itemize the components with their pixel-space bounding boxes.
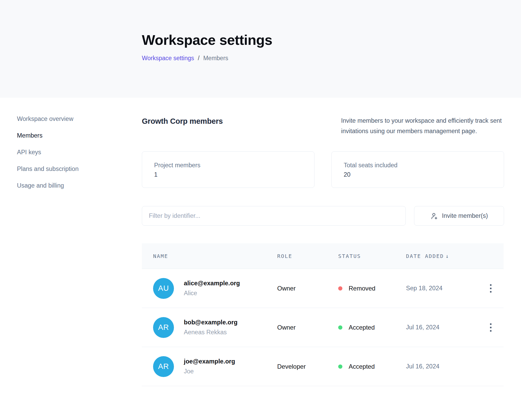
stat-card-project-members: Project members 1 [142, 151, 314, 188]
table-header-row: NAME ROLE STATUS DATE ADDED↓ [142, 243, 504, 269]
row-actions-menu-icon[interactable] [488, 283, 493, 294]
stat-value: 20 [344, 171, 504, 178]
members-table: NAME ROLE STATUS DATE ADDED↓ AU alice@ex… [142, 243, 504, 386]
member-name: Aeneas Rekkas [184, 329, 238, 336]
members-section: Growth Corp members Invite members to yo… [142, 115, 504, 386]
invite-members-label: Invite member(s) [442, 212, 488, 219]
stat-label: Project members [154, 162, 314, 169]
breadcrumb-link-workspace-settings[interactable]: Workspace settings [142, 55, 194, 61]
column-header-role: ROLE [277, 253, 338, 259]
table-row: AU alice@example.org Alice Owner Removed… [142, 269, 504, 308]
page-header: Workspace settings Workspace settings / … [0, 0, 521, 98]
sidebar-item-api-keys[interactable]: API keys [17, 149, 126, 156]
column-header-date-added[interactable]: DATE ADDED↓ [406, 253, 488, 259]
sort-descending-icon: ↓ [445, 253, 449, 259]
status-label: Removed [349, 285, 375, 292]
table-row: AR bob@example.org Aeneas Rekkas Owner A… [142, 308, 504, 347]
section-description: Invite members to your workspace and eff… [341, 115, 504, 136]
avatar: AU [153, 278, 174, 299]
status-dot-accepted [338, 325, 342, 330]
member-role: Owner [277, 324, 338, 331]
status-dot-removed [338, 286, 342, 291]
column-header-status: STATUS [338, 253, 406, 259]
members-toolbar: Invite member(s) [142, 206, 504, 226]
member-status: Accepted [338, 324, 406, 331]
sidebar-item-members[interactable]: Members [17, 132, 126, 139]
member-status: Removed [338, 285, 406, 292]
section-heading: Growth Corp members [142, 115, 223, 126]
stat-card-total-seats: Total seats included 20 [331, 151, 504, 188]
table-row: AR joe@example.org Joe Developer Accepte… [142, 347, 504, 386]
status-dot-accepted [338, 365, 342, 369]
stat-label: Total seats included [344, 162, 504, 169]
page-title: Workspace settings [142, 32, 521, 48]
member-status: Accepted [338, 363, 406, 370]
invite-members-button[interactable]: Invite member(s) [414, 206, 504, 226]
breadcrumb-separator: / [196, 55, 202, 61]
status-label: Accepted [349, 324, 375, 331]
settings-sidebar: Workspace overview Members API keys Plan… [17, 115, 126, 199]
sidebar-item-plans-and-subscription[interactable]: Plans and subscription [17, 165, 126, 172]
avatar: AR [153, 317, 174, 338]
member-date-added: Jul 16, 2024 [406, 324, 488, 331]
column-header-name: NAME [153, 253, 277, 259]
member-email: bob@example.org [184, 319, 238, 326]
user-plus-icon [430, 212, 438, 220]
sidebar-item-usage-and-billing[interactable]: Usage and billing [17, 182, 126, 189]
sidebar-item-workspace-overview[interactable]: Workspace overview [17, 115, 126, 122]
stat-value: 1 [154, 171, 314, 178]
avatar: AR [153, 356, 174, 377]
status-label: Accepted [349, 363, 375, 370]
stat-cards: Project members 1 Total seats included 2… [142, 151, 504, 188]
member-email: joe@example.org [184, 358, 235, 365]
filter-input[interactable] [142, 206, 406, 226]
row-actions-menu-icon[interactable] [488, 322, 493, 333]
breadcrumb-current: Members [203, 55, 228, 61]
breadcrumb: Workspace settings / Members [142, 55, 521, 62]
member-date-added: Jul 16, 2024 [406, 363, 488, 370]
member-name: Joe [184, 368, 235, 375]
member-role: Owner [277, 285, 338, 292]
member-name: Alice [184, 290, 240, 297]
member-date-added: Sep 18, 2024 [406, 285, 488, 292]
member-email: alice@example.org [184, 280, 240, 287]
member-role: Developer [277, 363, 338, 370]
